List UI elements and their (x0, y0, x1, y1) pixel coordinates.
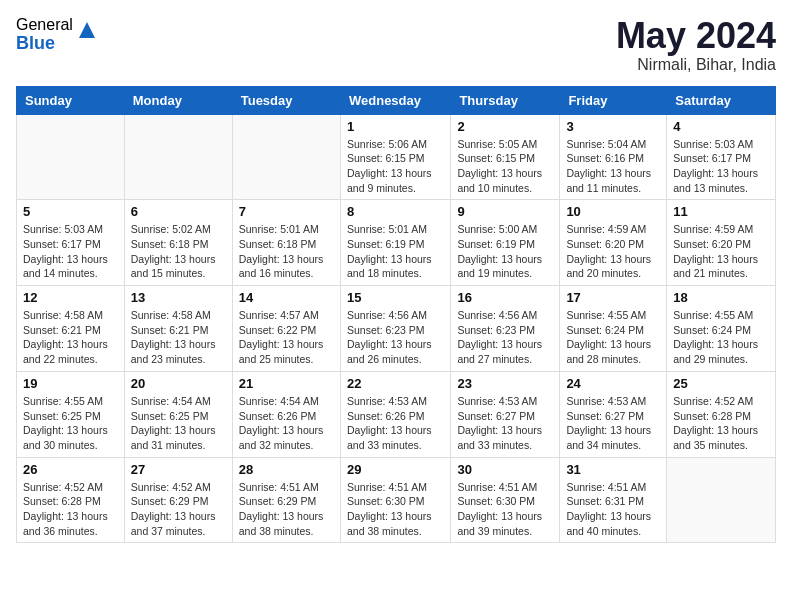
logo-general: General (16, 16, 73, 34)
calendar-cell: 4Sunrise: 5:03 AM Sunset: 6:17 PM Daylig… (667, 114, 776, 200)
svg-marker-0 (79, 22, 95, 38)
weekday-saturday: Saturday (667, 86, 776, 114)
day-info: Sunrise: 4:59 AM Sunset: 6:20 PM Dayligh… (566, 222, 660, 281)
day-number: 11 (673, 204, 769, 219)
day-number: 31 (566, 462, 660, 477)
day-number: 5 (23, 204, 118, 219)
day-number: 4 (673, 119, 769, 134)
calendar-week-4: 19Sunrise: 4:55 AM Sunset: 6:25 PM Dayli… (17, 371, 776, 457)
day-number: 19 (23, 376, 118, 391)
day-number: 7 (239, 204, 334, 219)
logo: General Blue (16, 16, 97, 53)
day-info: Sunrise: 4:53 AM Sunset: 6:27 PM Dayligh… (566, 394, 660, 453)
day-number: 9 (457, 204, 553, 219)
calendar-cell: 26Sunrise: 4:52 AM Sunset: 6:28 PM Dayli… (17, 457, 125, 543)
weekday-friday: Friday (560, 86, 667, 114)
location: Nirmali, Bihar, India (616, 56, 776, 74)
calendar-cell: 5Sunrise: 5:03 AM Sunset: 6:17 PM Daylig… (17, 200, 125, 286)
day-info: Sunrise: 4:56 AM Sunset: 6:23 PM Dayligh… (347, 308, 444, 367)
calendar-cell: 6Sunrise: 5:02 AM Sunset: 6:18 PM Daylig… (124, 200, 232, 286)
day-number: 15 (347, 290, 444, 305)
day-info: Sunrise: 5:00 AM Sunset: 6:19 PM Dayligh… (457, 222, 553, 281)
day-info: Sunrise: 4:59 AM Sunset: 6:20 PM Dayligh… (673, 222, 769, 281)
day-info: Sunrise: 4:52 AM Sunset: 6:29 PM Dayligh… (131, 480, 226, 539)
calendar-cell: 21Sunrise: 4:54 AM Sunset: 6:26 PM Dayli… (232, 371, 340, 457)
day-info: Sunrise: 4:51 AM Sunset: 6:30 PM Dayligh… (347, 480, 444, 539)
weekday-thursday: Thursday (451, 86, 560, 114)
calendar-cell: 7Sunrise: 5:01 AM Sunset: 6:18 PM Daylig… (232, 200, 340, 286)
day-number: 25 (673, 376, 769, 391)
day-info: Sunrise: 5:05 AM Sunset: 6:15 PM Dayligh… (457, 137, 553, 196)
calendar-cell: 18Sunrise: 4:55 AM Sunset: 6:24 PM Dayli… (667, 286, 776, 372)
day-info: Sunrise: 5:04 AM Sunset: 6:16 PM Dayligh… (566, 137, 660, 196)
page-header: General Blue May 2024 Nirmali, Bihar, In… (16, 16, 776, 74)
calendar-cell: 17Sunrise: 4:55 AM Sunset: 6:24 PM Dayli… (560, 286, 667, 372)
day-info: Sunrise: 5:01 AM Sunset: 6:18 PM Dayligh… (239, 222, 334, 281)
calendar-cell: 27Sunrise: 4:52 AM Sunset: 6:29 PM Dayli… (124, 457, 232, 543)
day-number: 22 (347, 376, 444, 391)
day-number: 27 (131, 462, 226, 477)
calendar-table: SundayMondayTuesdayWednesdayThursdayFrid… (16, 86, 776, 544)
day-info: Sunrise: 4:52 AM Sunset: 6:28 PM Dayligh… (673, 394, 769, 453)
calendar-cell: 3Sunrise: 5:04 AM Sunset: 6:16 PM Daylig… (560, 114, 667, 200)
calendar-cell: 13Sunrise: 4:58 AM Sunset: 6:21 PM Dayli… (124, 286, 232, 372)
calendar-cell: 16Sunrise: 4:56 AM Sunset: 6:23 PM Dayli… (451, 286, 560, 372)
calendar-cell: 15Sunrise: 4:56 AM Sunset: 6:23 PM Dayli… (340, 286, 450, 372)
day-info: Sunrise: 4:51 AM Sunset: 6:29 PM Dayligh… (239, 480, 334, 539)
logo-blue: Blue (16, 34, 73, 54)
day-number: 28 (239, 462, 334, 477)
calendar-cell: 11Sunrise: 4:59 AM Sunset: 6:20 PM Dayli… (667, 200, 776, 286)
day-info: Sunrise: 4:53 AM Sunset: 6:26 PM Dayligh… (347, 394, 444, 453)
calendar-cell: 31Sunrise: 4:51 AM Sunset: 6:31 PM Dayli… (560, 457, 667, 543)
day-number: 29 (347, 462, 444, 477)
day-number: 30 (457, 462, 553, 477)
day-info: Sunrise: 4:57 AM Sunset: 6:22 PM Dayligh… (239, 308, 334, 367)
month-title: May 2024 (616, 16, 776, 56)
calendar-cell: 20Sunrise: 4:54 AM Sunset: 6:25 PM Dayli… (124, 371, 232, 457)
day-info: Sunrise: 4:51 AM Sunset: 6:30 PM Dayligh… (457, 480, 553, 539)
day-info: Sunrise: 4:58 AM Sunset: 6:21 PM Dayligh… (131, 308, 226, 367)
weekday-tuesday: Tuesday (232, 86, 340, 114)
title-section: May 2024 Nirmali, Bihar, India (616, 16, 776, 74)
day-number: 12 (23, 290, 118, 305)
day-info: Sunrise: 4:56 AM Sunset: 6:23 PM Dayligh… (457, 308, 553, 367)
day-number: 8 (347, 204, 444, 219)
day-info: Sunrise: 4:55 AM Sunset: 6:25 PM Dayligh… (23, 394, 118, 453)
calendar-cell: 14Sunrise: 4:57 AM Sunset: 6:22 PM Dayli… (232, 286, 340, 372)
day-info: Sunrise: 5:06 AM Sunset: 6:15 PM Dayligh… (347, 137, 444, 196)
day-info: Sunrise: 5:02 AM Sunset: 6:18 PM Dayligh… (131, 222, 226, 281)
calendar-cell: 29Sunrise: 4:51 AM Sunset: 6:30 PM Dayli… (340, 457, 450, 543)
calendar-cell: 19Sunrise: 4:55 AM Sunset: 6:25 PM Dayli… (17, 371, 125, 457)
calendar-cell: 1Sunrise: 5:06 AM Sunset: 6:15 PM Daylig… (340, 114, 450, 200)
day-info: Sunrise: 4:54 AM Sunset: 6:26 PM Dayligh… (239, 394, 334, 453)
day-number: 13 (131, 290, 226, 305)
calendar-cell: 30Sunrise: 4:51 AM Sunset: 6:30 PM Dayli… (451, 457, 560, 543)
day-number: 16 (457, 290, 553, 305)
weekday-wednesday: Wednesday (340, 86, 450, 114)
day-number: 21 (239, 376, 334, 391)
day-info: Sunrise: 4:52 AM Sunset: 6:28 PM Dayligh… (23, 480, 118, 539)
calendar-cell: 24Sunrise: 4:53 AM Sunset: 6:27 PM Dayli… (560, 371, 667, 457)
day-number: 10 (566, 204, 660, 219)
calendar-cell (17, 114, 125, 200)
calendar-cell (667, 457, 776, 543)
day-number: 23 (457, 376, 553, 391)
calendar-cell: 25Sunrise: 4:52 AM Sunset: 6:28 PM Dayli… (667, 371, 776, 457)
calendar-cell (124, 114, 232, 200)
calendar-cell: 22Sunrise: 4:53 AM Sunset: 6:26 PM Dayli… (340, 371, 450, 457)
day-number: 14 (239, 290, 334, 305)
day-number: 2 (457, 119, 553, 134)
day-number: 3 (566, 119, 660, 134)
weekday-monday: Monday (124, 86, 232, 114)
day-number: 1 (347, 119, 444, 134)
day-info: Sunrise: 4:51 AM Sunset: 6:31 PM Dayligh… (566, 480, 660, 539)
calendar-cell: 23Sunrise: 4:53 AM Sunset: 6:27 PM Dayli… (451, 371, 560, 457)
calendar-cell: 12Sunrise: 4:58 AM Sunset: 6:21 PM Dayli… (17, 286, 125, 372)
day-info: Sunrise: 5:03 AM Sunset: 6:17 PM Dayligh… (673, 137, 769, 196)
day-info: Sunrise: 5:03 AM Sunset: 6:17 PM Dayligh… (23, 222, 118, 281)
calendar-week-3: 12Sunrise: 4:58 AM Sunset: 6:21 PM Dayli… (17, 286, 776, 372)
day-number: 6 (131, 204, 226, 219)
calendar-cell: 10Sunrise: 4:59 AM Sunset: 6:20 PM Dayli… (560, 200, 667, 286)
weekday-header-row: SundayMondayTuesdayWednesdayThursdayFrid… (17, 86, 776, 114)
day-number: 17 (566, 290, 660, 305)
